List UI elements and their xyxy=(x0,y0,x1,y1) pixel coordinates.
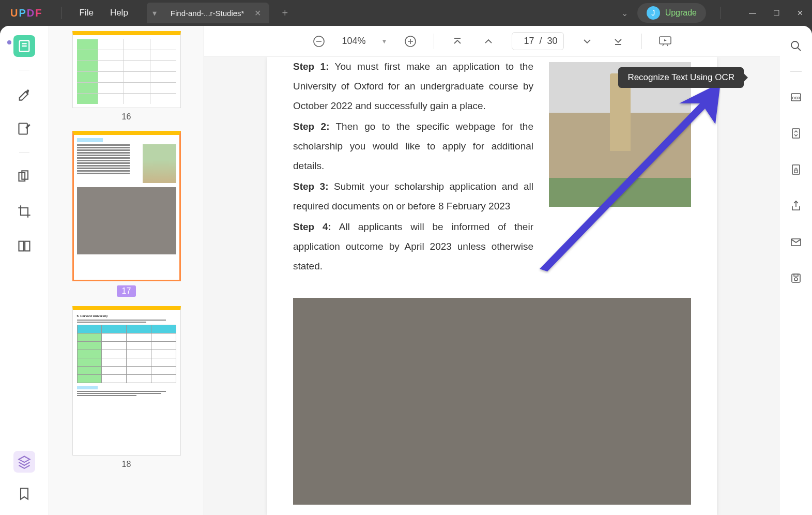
document-toolbar: 104% ▼ / 30 xyxy=(204,26,780,57)
search-button[interactable] xyxy=(785,35,807,57)
document-text: Step 1: You must first make an applicati… xyxy=(293,57,533,277)
marker-icon xyxy=(17,87,32,101)
share-icon xyxy=(790,200,802,212)
upgrade-label: Upgrade xyxy=(665,8,697,18)
svg-line-19 xyxy=(798,48,801,51)
indicator-dot xyxy=(7,40,11,44)
prev-page-button[interactable] xyxy=(481,34,496,49)
last-page-button[interactable] xyxy=(610,34,626,49)
separator xyxy=(19,153,29,153)
thumb-section xyxy=(77,138,103,142)
separator xyxy=(790,71,802,72)
document-viewport[interactable]: Step 1: You must first make an applicati… xyxy=(204,57,780,515)
minimize-button[interactable]: — xyxy=(746,6,759,20)
svg-text:OCR: OCR xyxy=(792,96,800,100)
layers-button[interactable] xyxy=(13,451,35,473)
thumbnail-number: 18 xyxy=(122,460,131,469)
minus-circle-icon xyxy=(313,35,325,48)
edit-icon xyxy=(17,122,32,136)
email-button[interactable] xyxy=(785,231,807,253)
ocr-icon: OCR xyxy=(790,91,802,103)
protect-button[interactable] xyxy=(785,159,807,180)
thumbnail-panel: 16 17 5. Harvard University xyxy=(49,26,204,515)
crop-button[interactable] xyxy=(13,201,35,222)
chevron-up-icon xyxy=(483,36,494,47)
document-page: Step 1: You must first make an applicati… xyxy=(267,57,717,515)
menu-help[interactable]: Help xyxy=(102,5,136,21)
compare-icon xyxy=(17,239,32,253)
save-button[interactable] xyxy=(785,267,807,289)
divider xyxy=(61,7,62,19)
tab-title: Find-and-...r-Studies* xyxy=(171,9,244,18)
mail-icon xyxy=(790,236,802,248)
close-window-button[interactable]: ✕ xyxy=(793,6,807,20)
bookmark-button[interactable] xyxy=(13,483,35,505)
page-separator: / xyxy=(539,36,542,47)
separator xyxy=(641,34,642,49)
divider xyxy=(721,7,721,19)
zoom-out-button[interactable] xyxy=(311,34,327,49)
separator xyxy=(434,34,434,49)
chevron-down-icon[interactable]: ⌄ xyxy=(617,4,632,22)
next-page-button[interactable] xyxy=(579,34,595,49)
thumbnail-16[interactable]: 16 xyxy=(49,31,204,122)
document-tab[interactable]: Find-and-...r-Studies* ✕ xyxy=(162,3,270,23)
page-input[interactable]: / 30 xyxy=(512,32,564,50)
lock-file-icon xyxy=(790,163,802,176)
reader-mode-button[interactable] xyxy=(13,35,35,57)
document-image-students xyxy=(293,298,691,505)
svg-rect-28 xyxy=(794,274,798,276)
upgrade-button[interactable]: J Upgrade xyxy=(637,3,706,23)
thumbnail-number: 17 xyxy=(117,285,136,297)
layers-icon xyxy=(17,455,32,469)
chevron-up-bar-icon xyxy=(452,36,463,47)
svg-point-18 xyxy=(791,41,799,49)
page-number-field[interactable] xyxy=(518,36,534,47)
svg-rect-6 xyxy=(19,241,24,251)
zoom-dropdown-icon[interactable]: ▼ xyxy=(381,38,388,45)
organize-button[interactable] xyxy=(13,166,35,188)
svg-point-27 xyxy=(794,278,798,281)
convert-button[interactable] xyxy=(785,123,807,144)
thumb-image xyxy=(77,187,176,254)
page-total: 30 xyxy=(547,36,557,47)
title-bar: UPDF File Help ▾ Find-and-...r-Studies* … xyxy=(0,0,812,26)
compare-button[interactable] xyxy=(13,235,35,257)
search-icon xyxy=(790,40,802,52)
edit-button[interactable] xyxy=(13,118,35,140)
first-page-button[interactable] xyxy=(450,34,465,49)
svg-rect-22 xyxy=(792,129,800,138)
thumbnail-18[interactable]: 5. Harvard University xyxy=(49,306,204,469)
presentation-icon xyxy=(658,36,672,47)
svg-rect-7 xyxy=(25,241,29,251)
svg-rect-24 xyxy=(794,170,798,173)
svg-rect-3 xyxy=(19,124,27,134)
right-toolbar: OCR xyxy=(780,26,812,515)
tab-dropdown-icon[interactable]: ▾ xyxy=(147,3,162,23)
book-icon xyxy=(17,39,32,53)
maximize-button[interactable]: ☐ xyxy=(770,6,783,20)
thumbnail-17[interactable]: 17 xyxy=(49,131,204,297)
menu-file[interactable]: File xyxy=(71,5,101,21)
separator xyxy=(19,70,29,70)
pages-icon xyxy=(17,170,32,184)
crop-icon xyxy=(17,204,32,219)
chevron-down-icon xyxy=(582,36,592,47)
app-logo: UPDF xyxy=(10,7,41,19)
share-button[interactable] xyxy=(785,195,807,217)
add-tab-button[interactable]: + xyxy=(274,3,295,23)
left-toolbar xyxy=(0,26,49,515)
bookmark-icon xyxy=(17,487,32,501)
zoom-in-button[interactable] xyxy=(403,34,418,49)
convert-icon xyxy=(790,127,802,140)
ocr-button[interactable]: OCR xyxy=(785,86,807,108)
close-icon[interactable]: ✕ xyxy=(254,8,261,18)
plus-circle-icon xyxy=(404,35,417,48)
presentation-button[interactable] xyxy=(657,34,673,49)
thumbnail-number: 16 xyxy=(122,112,131,122)
document-area: 104% ▼ / 30 Step 1: You must first make … xyxy=(204,26,780,515)
highlight-button[interactable] xyxy=(13,83,35,105)
avatar: J xyxy=(647,6,660,20)
save-icon xyxy=(790,272,802,284)
zoom-value: 104% xyxy=(342,36,366,47)
